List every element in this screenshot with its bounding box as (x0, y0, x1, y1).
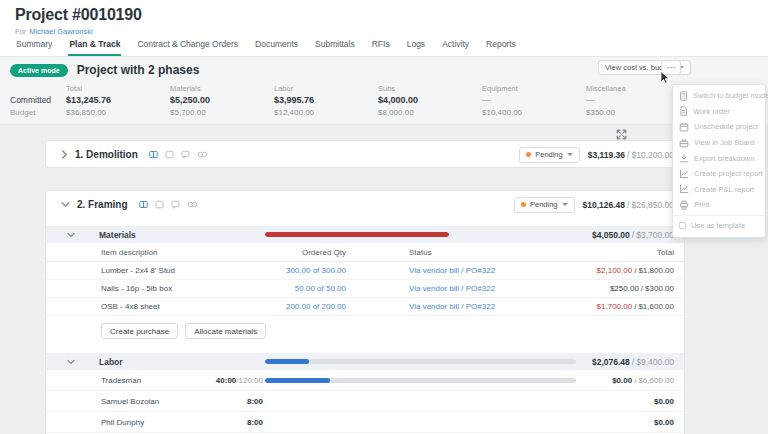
row-total: $250.00/$300.00 (516, 284, 674, 293)
budget-row-label: Budget (10, 107, 66, 119)
board-icon[interactable] (149, 150, 158, 159)
tab-reports[interactable]: Reports (485, 33, 517, 56)
caret-down-icon (567, 153, 573, 156)
labor-total: $0.00 (581, 418, 674, 427)
link-icon[interactable] (197, 150, 208, 159)
printer-icon (679, 200, 689, 210)
tab-summary[interactable]: Summary (15, 33, 53, 56)
menu-item-view-in-job-board[interactable]: View in Job Board (673, 135, 765, 151)
labor-row: Phil Dunphy 8:00 $0.00 (46, 412, 684, 433)
chart-icon (679, 169, 689, 179)
materials-table-header: Item description Ordered Qty Status Tota… (46, 243, 684, 262)
use-as-template-checkbox[interactable] (679, 222, 686, 229)
item-description: Nails - 16p - 5lb box (101, 284, 251, 293)
labor-name: Phil Dunphy (101, 418, 211, 427)
labor-name: Samuel Bozoian (101, 397, 211, 406)
chart-icon (679, 184, 689, 194)
tab-rfis[interactable]: RFIs (371, 33, 391, 56)
materials-amounts: $4,050.00/$3,700.00 (592, 230, 674, 240)
menu-item-work-order[interactable]: Work order (673, 104, 765, 120)
tab-documents[interactable]: Documents (254, 33, 299, 56)
stat-subs: Subs $4,000.00 $8,000.00 (378, 83, 482, 119)
comment-icon[interactable] (181, 150, 190, 159)
allocate-materials-button[interactable]: Allocate materials (185, 323, 266, 339)
chevron-right-icon[interactable] (61, 150, 68, 159)
tab-contract-change-orders[interactable]: Contract & Change Orders (136, 33, 239, 56)
materials-section-header[interactable]: Materials $4,050.00/$3,700.00 (46, 226, 684, 243)
phase-row[interactable]: 1. Demolition Pending $3,119.36/$10,200.… (46, 141, 684, 168)
pending-dot-icon (526, 152, 531, 157)
materials-actions: Create purchase Allocate materials (46, 316, 684, 341)
menu-item-use-as-template[interactable]: Use as template (673, 218, 765, 234)
chevron-down-icon[interactable] (67, 232, 75, 238)
phase-status-label: Pending (535, 150, 563, 159)
content-area: Active mode Project with 2 phases View c… (0, 57, 768, 434)
note-icon[interactable] (165, 150, 174, 159)
menu-divider (673, 215, 765, 216)
row-total: $2,100.00/$1,800.00 (516, 266, 674, 275)
project-overview: Active mode Project with 2 phases View c… (0, 57, 768, 125)
col-item-description: Item description (101, 248, 251, 257)
status-link[interactable]: Via vendor bill / PO#322 (346, 284, 516, 293)
menu-item-switch-to-budget-mode[interactable]: Switch to budget mode (673, 88, 765, 104)
labor-title: Labor (99, 357, 123, 367)
labor-row: Tradesman 40:00/120:00 $0.00/$6,600.00 (46, 370, 684, 391)
stat-total: Total $13,245.76 $36,850.00 (66, 83, 170, 119)
menu-item-create-pl-report[interactable]: Create P&L report (673, 182, 765, 198)
material-row: Lumber - 2x4 8' Stud 300.00 of 300.00 Vi… (46, 262, 684, 280)
labor-hours: 8:00 (211, 397, 263, 406)
ordered-qty-link[interactable]: 200.00 of 200.00 (251, 302, 346, 311)
materials-title: Materials (99, 230, 136, 240)
link-icon[interactable] (187, 200, 198, 209)
menu-item-export-breakdown[interactable]: Export breakdown (673, 150, 765, 166)
menu-item-print[interactable]: Print (673, 197, 765, 213)
menu-item-unschedule-project[interactable]: Unschedule project (673, 119, 765, 135)
stat-labor: Labor $3,995.76 $12,400.00 (274, 83, 378, 119)
actions-dropdown-menu: Switch to budget mode Work order Unsched… (672, 84, 766, 238)
labor-amounts: $2,076.48/$9,400.00 (592, 357, 674, 367)
committed-row-label: Committed (10, 94, 66, 107)
document-icon (679, 106, 688, 116)
stat-materials: Materials $5,250.00 $5,700.00 (170, 83, 274, 119)
phase-status-dropdown[interactable]: Pending (519, 147, 580, 163)
caret-down-icon (562, 203, 568, 206)
col-status: Status (346, 248, 516, 257)
download-icon (679, 153, 689, 163)
board-icon[interactable] (139, 200, 148, 209)
labor-name: Tradesman (101, 376, 211, 385)
labor-hours: 8:00 (211, 418, 263, 427)
phase-name: 1. Demolition (75, 149, 138, 160)
note-icon[interactable] (155, 200, 164, 209)
phase-row[interactable]: 2. Framing Pending $10,126.48/$26,850.00 (46, 191, 684, 218)
row-total: $1,700.00/$1,600.00 (516, 302, 674, 311)
phase-name: 2. Framing (77, 199, 128, 210)
status-badge: Active mode (10, 64, 68, 77)
overview-heading: Project with 2 phases (77, 63, 200, 77)
more-actions-button[interactable] (661, 60, 681, 75)
tab-activity[interactable]: Activity (441, 33, 470, 56)
chevron-down-icon[interactable] (67, 359, 75, 365)
labor-total: $0.00 (581, 397, 674, 406)
tab-logs[interactable]: Logs (406, 33, 426, 56)
phase-amounts: $10,126.48/$26,850.00 (583, 200, 674, 210)
phase-card-framing: 2. Framing Pending $10,126.48/$26,850.00 (45, 190, 685, 434)
comment-icon[interactable] (171, 200, 180, 209)
status-link[interactable]: Via vendor bill / PO#322 (346, 302, 516, 311)
material-row: OSB - 4x8 sheet 200.00 of 200.00 Via ven… (46, 298, 684, 316)
materials-progress-bar (265, 232, 449, 237)
labor-row: Samuel Bozoian 8:00 $0.00 (46, 391, 684, 412)
chevron-down-icon[interactable] (61, 201, 70, 208)
create-purchase-button[interactable]: Create purchase (101, 323, 178, 339)
tab-plan-and-track[interactable]: Plan & Track (68, 33, 121, 56)
ordered-qty-link[interactable]: 300.00 of 300.00 (251, 266, 346, 275)
phase-status-dropdown[interactable]: Pending (514, 197, 575, 213)
calendar-icon (679, 122, 689, 132)
ordered-qty-link[interactable]: 50.00 of 50.00 (251, 284, 346, 293)
status-link[interactable]: Via vendor bill / PO#322 (346, 266, 516, 275)
tab-bar: Summary Plan & Track Contract & Change O… (15, 33, 517, 56)
tab-submittals[interactable]: Submittals (314, 33, 356, 56)
labor-section-header[interactable]: Labor $2,076.48/$9,400.00 (46, 353, 684, 370)
item-description: OSB - 4x8 sheet (101, 302, 251, 311)
phase-card-demolition: 1. Demolition Pending $3,119.36/$10,200.… (45, 140, 685, 168)
menu-item-create-project-report[interactable]: Create project report (673, 166, 765, 182)
